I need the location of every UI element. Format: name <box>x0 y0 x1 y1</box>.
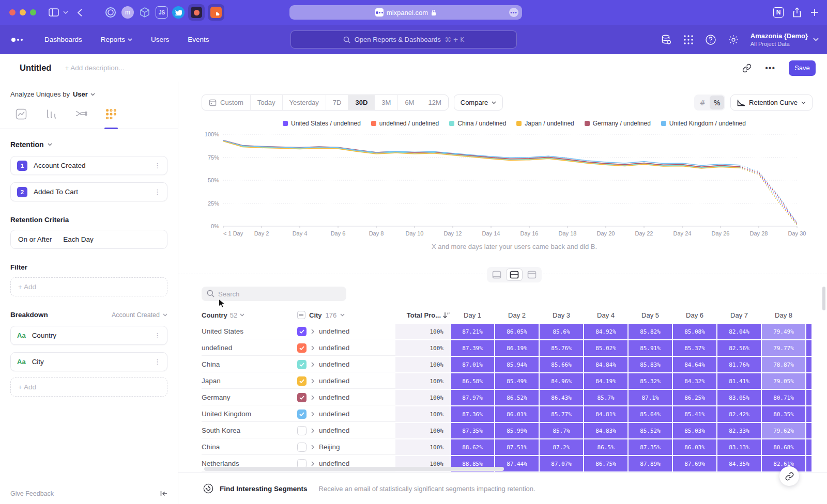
tab-flows[interactable] <box>73 107 89 129</box>
retention-value-cell[interactable]: 87.2% <box>540 439 583 455</box>
retention-value-cell[interactable]: 84.64% <box>673 357 716 372</box>
retention-value-cell[interactable]: 78.87% <box>762 357 805 372</box>
expand-chevron-icon[interactable] <box>311 461 314 466</box>
retention-value-cell[interactable]: 87.89% <box>629 456 672 471</box>
table-row[interactable]: China Beijing 100% 88.62%87.51%87.2%86.5… <box>202 439 827 455</box>
retention-value-cell[interactable]: 85.37% <box>673 340 716 356</box>
retention-value-cell[interactable]: 83.13% <box>717 439 761 455</box>
add-filter-button[interactable]: + Add <box>10 277 167 296</box>
nav-item-events[interactable]: Events <box>188 36 209 43</box>
retention-value-cell[interactable]: 82.42% <box>717 406 761 422</box>
retention-value-cell[interactable]: 79.05% <box>762 373 805 389</box>
copy-link-icon[interactable] <box>742 64 752 73</box>
retention-value-cell[interactable]: 79.49% <box>762 324 805 339</box>
city-column-header[interactable]: City 176 <box>297 311 395 319</box>
expand-chevron-icon[interactable] <box>311 379 314 384</box>
range-30d[interactable]: 30D <box>348 95 375 110</box>
criteria-interval[interactable]: Each Day <box>63 235 94 243</box>
select-all-checkbox[interactable] <box>297 311 305 319</box>
row-checkbox-checked[interactable] <box>297 360 307 369</box>
retention-value-cell[interactable]: 84.83% <box>584 423 627 438</box>
day-column-header[interactable]: Day 8 <box>762 311 805 319</box>
retention-value-cell[interactable]: 87.51% <box>495 439 539 455</box>
table-row[interactable]: China undefined 100% 87.01%85.94%85.66%8… <box>202 357 827 372</box>
soundcloud-extension-icon[interactable] <box>208 4 224 21</box>
help-icon[interactable] <box>705 34 716 45</box>
kebab-menu-icon[interactable]: ⋮ <box>154 162 161 169</box>
retention-value-cell[interactable]: 86.03% <box>673 439 716 455</box>
retention-value-cell[interactable]: 85.08% <box>673 324 716 339</box>
retention-value-cell[interactable]: 84.32% <box>673 373 716 389</box>
retention-value-cell[interactable]: 84.19% <box>584 373 627 389</box>
row-checkbox-checked[interactable] <box>297 410 307 419</box>
nav-item-users[interactable]: Users <box>151 36 169 43</box>
retention-criteria-selector[interactable]: On or After Each Day <box>10 230 167 249</box>
day-column-header[interactable]: Day 1 <box>451 311 494 319</box>
breakdown-event-selector[interactable]: Account Created <box>112 311 167 319</box>
retention-value-cell[interactable]: 85.99% <box>495 423 539 438</box>
split-view-button[interactable] <box>506 269 523 281</box>
range-custom[interactable]: Custom <box>202 95 251 110</box>
legend-item[interactable]: China / undefined <box>449 120 506 127</box>
segment-search-input[interactable] <box>202 287 346 301</box>
retention-value-cell[interactable]: 86.75% <box>584 456 627 471</box>
retention-value-cell[interactable]: 79.62% <box>762 423 805 438</box>
retention-value-cell[interactable]: 86.43% <box>540 390 583 405</box>
legend-item[interactable]: undefined / undefined <box>371 120 439 127</box>
page-settings-icon[interactable]: ••• <box>509 8 518 17</box>
add-description-button[interactable]: + Add description... <box>65 64 124 72</box>
retention-value-cell[interactable]: 84.35% <box>717 456 761 471</box>
share-link-floating-button[interactable] <box>779 466 799 486</box>
close-window-button[interactable] <box>9 9 16 15</box>
retention-value-cell[interactable]: 87.21% <box>451 324 494 339</box>
notion-extension-icon[interactable]: N <box>773 7 784 18</box>
kebab-menu-icon[interactable]: ⋮ <box>154 188 161 196</box>
retention-value-cell[interactable]: 85.41% <box>673 406 716 422</box>
retention-value-cell[interactable]: 85.82% <box>629 324 672 339</box>
retention-value-cell[interactable]: 80.35% <box>762 406 805 422</box>
report-title[interactable]: Untitled <box>20 63 51 73</box>
day-column-header[interactable]: Day 3 <box>540 311 583 319</box>
mixpanel-app-extension-icon[interactable] <box>188 4 205 21</box>
retention-value-cell[interactable]: 79.77% <box>762 340 805 356</box>
collapse-sidebar-icon[interactable] <box>160 491 167 497</box>
m-extension-icon[interactable]: m <box>121 6 134 19</box>
range-12m[interactable]: 12M <box>421 95 448 110</box>
table-row[interactable]: Germany undefined 100% 87.97%86.52%86.43… <box>202 390 827 405</box>
retention-step[interactable]: 2 Added To Cart⋮ <box>10 182 167 201</box>
sidebar-toggle-icon[interactable] <box>49 8 59 17</box>
expand-chevron-icon[interactable] <box>311 412 314 417</box>
horizontal-scrollbar[interactable] <box>204 467 504 471</box>
bird-extension-icon[interactable] <box>172 6 185 19</box>
legend-item[interactable]: Germany / undefined <box>585 120 651 127</box>
row-checkbox-checked[interactable] <box>297 376 307 386</box>
expand-chevron-icon[interactable] <box>311 395 314 400</box>
retention-chart-area[interactable]: 0%25%50%75%100%< 1 DayDay 2Day 4Day 6Day… <box>202 131 827 240</box>
retention-value-cell[interactable]: 86.25% <box>673 390 716 405</box>
target-extension-icon[interactable] <box>104 6 117 19</box>
breakdown-property[interactable]: Aa Country⋮ <box>10 326 167 345</box>
retention-value-cell[interactable]: 82.33% <box>717 423 761 438</box>
retention-value-cell[interactable]: 81.41% <box>717 373 761 389</box>
legend-item[interactable]: Japan / undefined <box>516 120 574 127</box>
retention-value-cell[interactable]: 85.03% <box>673 423 716 438</box>
table-row[interactable]: Japan undefined 100% 86.58%85.49%84.96%8… <box>202 373 827 389</box>
retention-value-cell[interactable]: 80.68% <box>762 439 805 455</box>
retention-value-cell[interactable]: 87.01% <box>451 357 494 372</box>
zoom-window-button[interactable] <box>30 9 36 15</box>
unit-absolute-button[interactable]: # <box>695 96 710 109</box>
js-extension-icon[interactable]: JS <box>156 6 168 19</box>
find-segments-title[interactable]: Find Interesting Segments <box>220 485 308 493</box>
retention-value-cell[interactable]: 85.76% <box>540 340 583 356</box>
back-button-icon[interactable] <box>78 9 82 17</box>
retention-step[interactable]: 1 Account Created⋮ <box>10 156 167 175</box>
nav-item-reports[interactable]: Reports <box>101 36 132 43</box>
expand-chevron-icon[interactable] <box>311 329 314 334</box>
retention-value-cell[interactable]: 87.39% <box>451 340 494 356</box>
retention-value-cell[interactable]: 87.36% <box>451 406 494 422</box>
retention-value-cell[interactable]: 85.02% <box>584 340 627 356</box>
row-checkbox-checked[interactable] <box>297 327 307 336</box>
share-icon[interactable] <box>793 7 801 18</box>
retention-value-cell[interactable]: 80.71% <box>762 390 805 405</box>
vertical-scrollbar[interactable] <box>822 287 825 310</box>
